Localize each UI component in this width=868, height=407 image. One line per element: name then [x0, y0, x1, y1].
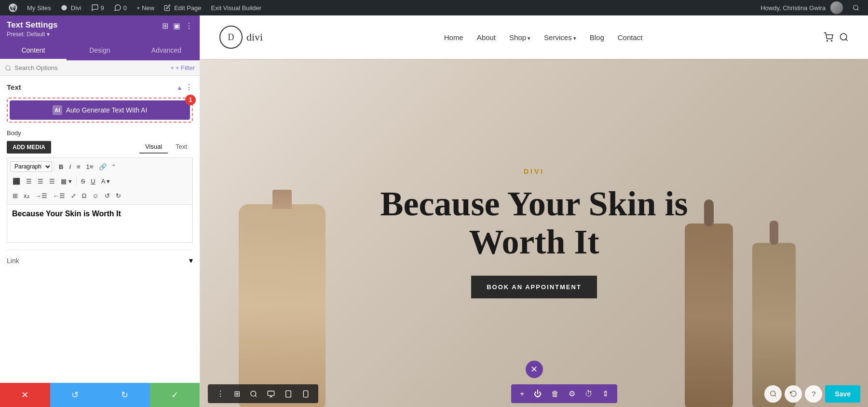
cancel-button[interactable]: ✕ — [0, 383, 50, 407]
redo-editor-button[interactable]: ↻ — [113, 191, 123, 201]
link-button[interactable]: 🔗 — [96, 162, 109, 172]
text-tab[interactable]: Text — [170, 140, 193, 154]
search-input[interactable] — [14, 64, 167, 71]
collapse-icon[interactable]: ▴ — [178, 84, 181, 91]
undo-button[interactable]: ↺ — [102, 191, 112, 201]
outdent-button[interactable]: ←☰ — [51, 191, 68, 201]
left-panel: Text Settings Preset: Default ▾ ⊞ ▣ ⋮ Co… — [0, 15, 200, 407]
redo-button[interactable]: ↻ — [100, 383, 150, 407]
fullscreen-editor-button[interactable]: ⤢ — [68, 191, 79, 201]
svg-point-6 — [840, 34, 846, 40]
link-header[interactable]: Link ▾ — [7, 250, 193, 271]
nav-about[interactable]: About — [477, 33, 496, 42]
save-button[interactable]: Save — [825, 385, 860, 403]
unordered-list-button[interactable]: ≡ — [74, 162, 83, 172]
emoji-button[interactable]: ☺ — [90, 191, 101, 201]
module-add-button[interactable]: + — [516, 388, 528, 400]
blockquote-button[interactable]: " — [110, 162, 117, 172]
add-media-button[interactable]: ADD MEDIA — [7, 141, 51, 154]
paste-button[interactable]: ⊞ — [10, 191, 20, 201]
my-sites-item[interactable]: My Sites — [23, 0, 55, 15]
tab-advanced[interactable]: Advanced — [133, 42, 200, 60]
align-left-button[interactable]: ⬛ — [10, 176, 23, 186]
align-center-button[interactable]: ☰ — [24, 176, 34, 186]
panel-bottom: ✕ ↺ ↻ ✓ — [0, 383, 200, 407]
cart-icon[interactable] — [824, 32, 833, 42]
nav-contact[interactable]: Contact — [618, 33, 643, 42]
filter-button[interactable]: + + Filter — [170, 64, 195, 71]
tab-content[interactable]: Content — [0, 42, 67, 60]
tab-design[interactable]: Design — [67, 42, 133, 60]
history-icon[interactable] — [785, 385, 802, 403]
section-desktop-icon[interactable] — [263, 388, 279, 400]
search-icon — [5, 65, 12, 71]
ai-button-wrapper: AI Auto Generate Text With AI 1 — [7, 98, 193, 123]
subscript-button[interactable]: x₂ — [21, 191, 32, 201]
messages-item[interactable]: 0 — [110, 0, 131, 15]
text-editor-area[interactable]: Because Your Skin is Worth It — [7, 204, 193, 243]
module-power-button[interactable]: ⏻ — [530, 388, 545, 400]
panel-header-icons: ⊞ ▣ ⋮ — [162, 21, 193, 30]
bold-button[interactable]: B — [56, 162, 66, 172]
main-layout: Text Settings Preset: Default ▾ ⊞ ▣ ⋮ Co… — [0, 15, 868, 407]
align-justify-button[interactable]: ☰ — [47, 176, 57, 186]
admin-search-item[interactable] — [849, 4, 863, 11]
panel-title: Text Settings — [7, 20, 57, 30]
fullscreen-icon[interactable]: ⊞ — [162, 21, 168, 30]
section-settings-icon[interactable]: ⋮ — [213, 387, 228, 400]
wp-logo-item[interactable] — [5, 0, 21, 15]
strikethrough-button[interactable]: S — [79, 176, 88, 186]
visual-tab[interactable]: Visual — [139, 140, 168, 154]
nav-shop[interactable]: Shop — [509, 33, 530, 42]
hero-brand: DIVI — [375, 168, 693, 175]
more-options-icon[interactable]: ⋮ — [185, 21, 193, 30]
special-chars-button[interactable]: Ω — [80, 191, 89, 201]
layout-icon[interactable]: ▣ — [173, 21, 180, 30]
confirm-button[interactable]: ✓ — [150, 383, 200, 407]
section-mobile-icon[interactable] — [298, 388, 313, 400]
section-layout-icon[interactable]: ⊞ — [230, 387, 244, 400]
svg-point-1 — [61, 5, 67, 10]
module-columns-button[interactable]: ⇕ — [598, 387, 612, 400]
align-right-button[interactable]: ☰ — [35, 176, 46, 186]
section-tablet-icon[interactable] — [281, 388, 296, 400]
panel-preset[interactable]: Preset: Default ▾ — [7, 31, 57, 38]
ordered-list-button[interactable]: 1≡ — [84, 162, 96, 172]
search-site-icon[interactable] — [839, 32, 849, 42]
edit-page-item[interactable]: Edit Page — [160, 0, 205, 15]
help-icon[interactable]: ? — [805, 385, 822, 403]
text-color-button[interactable]: A ▾ — [99, 176, 113, 186]
module-timer-button[interactable]: ⏱ — [581, 388, 597, 400]
section-more-icon[interactable]: ⋮ — [185, 83, 193, 92]
svg-point-4 — [827, 41, 828, 42]
paragraph-select[interactable]: Paragraph Heading 1 Heading 2 — [10, 161, 52, 172]
svg-point-5 — [831, 41, 832, 42]
underline-button[interactable]: U — [88, 176, 97, 186]
divi-item[interactable]: Divi — [57, 0, 85, 15]
module-settings-button[interactable]: ⚙ — [565, 387, 579, 400]
ai-icon: AI — [53, 105, 62, 115]
search-bar: + + Filter — [0, 60, 200, 76]
text-section-title: Text — [7, 83, 21, 91]
svg-point-7 — [251, 391, 256, 396]
italic-button[interactable]: I — [67, 162, 73, 172]
howdy-item[interactable]: Howdy, Christina Gwira — [757, 1, 847, 14]
nav-home[interactable]: Home — [444, 33, 463, 42]
section-search-icon[interactable] — [246, 388, 261, 400]
nav-services[interactable]: Services — [544, 33, 576, 42]
nav-blog[interactable]: Blog — [590, 33, 604, 42]
cta-button[interactable]: BOOK AN APPOINTMENT — [471, 276, 597, 298]
delete-module-button[interactable]: ✕ — [526, 361, 543, 378]
site-nav: D divi Home About Shop Services Blog Con… — [200, 15, 868, 59]
bottle-left-decoration — [239, 204, 326, 407]
table-button[interactable]: ▦ ▾ — [58, 176, 74, 186]
svg-point-11 — [771, 391, 775, 396]
module-delete-button[interactable]: 🗑 — [547, 388, 563, 400]
indent-button[interactable]: →☰ — [33, 191, 50, 201]
reset-button[interactable]: ↺ — [50, 383, 100, 407]
ai-generate-button[interactable]: AI Auto Generate Text With AI — [10, 100, 190, 120]
search-builder-icon[interactable] — [764, 385, 782, 403]
new-item[interactable]: + New — [133, 0, 158, 15]
exit-builder-item[interactable]: Exit Visual Builder — [207, 0, 266, 15]
comments-item[interactable]: 9 — [87, 0, 108, 15]
